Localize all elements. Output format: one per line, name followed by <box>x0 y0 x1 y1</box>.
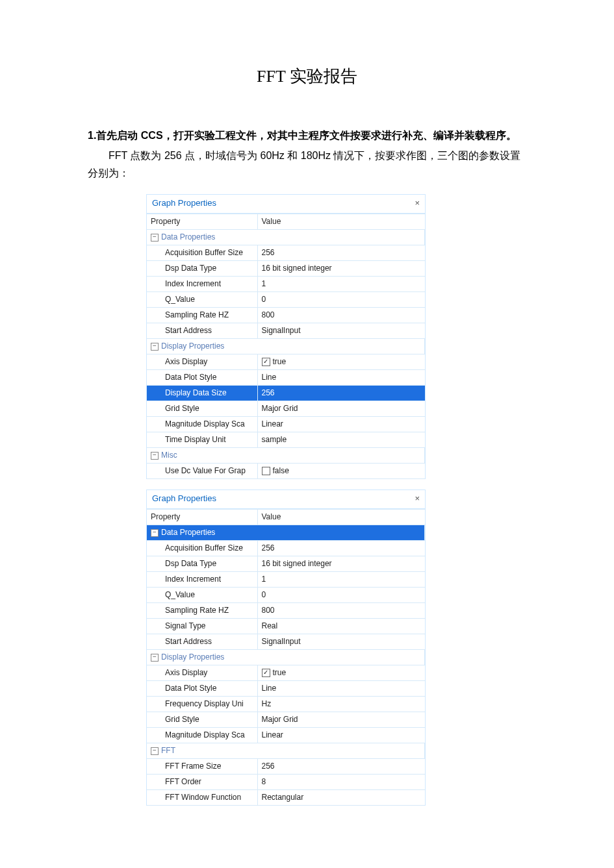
table-header: Property Value <box>147 509 425 525</box>
prop-row[interactable]: Dsp Data Type16 bit signed integer <box>147 556 425 571</box>
prop-row[interactable]: Acquisition Buffer Size256 <box>147 540 425 556</box>
prop-row[interactable]: Axis Display✓true <box>147 665 425 680</box>
group-display-properties[interactable]: −Display Properties <box>147 338 425 354</box>
collapse-icon[interactable]: − <box>151 234 159 242</box>
checkbox-icon[interactable]: ✓ <box>262 669 270 677</box>
prop-row[interactable]: Sampling Rate HZ800 <box>147 602 425 618</box>
prop-row[interactable]: Axis Display✓true <box>147 354 425 369</box>
graph-properties-panel-1: Graph Properties × Property Value −Data … <box>146 194 426 479</box>
col-property: Property <box>147 509 257 525</box>
prop-row[interactable]: Data Plot StyleLine <box>147 369 425 385</box>
prop-row[interactable]: FFT Order8 <box>147 774 425 789</box>
prop-row[interactable]: Q_Value0 <box>147 587 425 602</box>
collapse-icon[interactable]: − <box>151 654 159 662</box>
prop-row[interactable]: Use Dc Value For Grapfalse <box>147 463 425 478</box>
col-property: Property <box>147 214 257 229</box>
collapse-icon[interactable]: − <box>151 529 159 537</box>
panel-title: Graph Properties <box>152 493 216 503</box>
prop-row[interactable]: Index Increment1 <box>147 276 425 291</box>
close-icon[interactable]: × <box>415 493 420 503</box>
collapse-icon[interactable]: − <box>151 343 159 351</box>
prop-row[interactable]: Q_Value0 <box>147 291 425 307</box>
group-fft[interactable]: −FFT <box>147 743 425 758</box>
prop-row[interactable]: Data Plot StyleLine <box>147 680 425 696</box>
prop-row[interactable]: Start AddressSignalInput <box>147 323 425 338</box>
checkbox-icon[interactable] <box>262 467 270 475</box>
prop-row[interactable]: Magnitude Display ScaLinear <box>147 416 425 432</box>
group-data-properties[interactable]: −Data Properties <box>147 229 425 245</box>
prop-row[interactable]: Acquisition Buffer Size256 <box>147 245 425 260</box>
close-icon[interactable]: × <box>415 198 420 208</box>
group-display-properties[interactable]: −Display Properties <box>147 649 425 665</box>
section-heading: 1.首先启动 CCS，打开实验工程文件，对其中主程序文件按要求进行补充、编译并装… <box>88 127 526 144</box>
document-title: FFT 实验报告 <box>88 65 526 88</box>
table-header: Property Value <box>147 214 425 229</box>
prop-row[interactable]: FFT Window FunctionRectangular <box>147 789 425 805</box>
prop-row[interactable]: Grid StyleMajor Grid <box>147 401 425 416</box>
prop-row[interactable]: Time Display Unitsample <box>147 432 425 447</box>
graph-properties-panel-2: Graph Properties × Property Value −Data … <box>146 490 426 806</box>
col-value: Value <box>257 214 425 229</box>
group-misc[interactable]: −Misc <box>147 447 425 463</box>
col-value: Value <box>257 509 425 525</box>
prop-row[interactable]: FFT Frame Size256 <box>147 758 425 774</box>
prop-row[interactable]: Sampling Rate HZ800 <box>147 307 425 323</box>
checkbox-icon[interactable]: ✓ <box>262 358 270 366</box>
group-data-properties[interactable]: −Data Properties <box>147 525 425 540</box>
panel-title: Graph Properties <box>152 198 216 208</box>
prop-row[interactable]: Grid StyleMajor Grid <box>147 712 425 727</box>
collapse-icon[interactable]: − <box>151 747 159 755</box>
prop-row[interactable]: Frequency Display UniHz <box>147 696 425 712</box>
prop-row[interactable]: Index Increment1 <box>147 571 425 587</box>
prop-row[interactable]: Signal TypeReal <box>147 618 425 634</box>
paragraph: FFT 点数为 256 点，时域信号为 60Hz 和 180Hz 情况下，按要求… <box>88 147 526 182</box>
prop-row[interactable]: Start AddressSignalInput <box>147 634 425 649</box>
prop-row-selected[interactable]: Display Data Size256 <box>147 385 425 401</box>
prop-row[interactable]: Magnitude Display ScaLinear <box>147 727 425 743</box>
prop-row[interactable]: Dsp Data Type16 bit signed integer <box>147 260 425 276</box>
collapse-icon[interactable]: − <box>151 452 159 460</box>
